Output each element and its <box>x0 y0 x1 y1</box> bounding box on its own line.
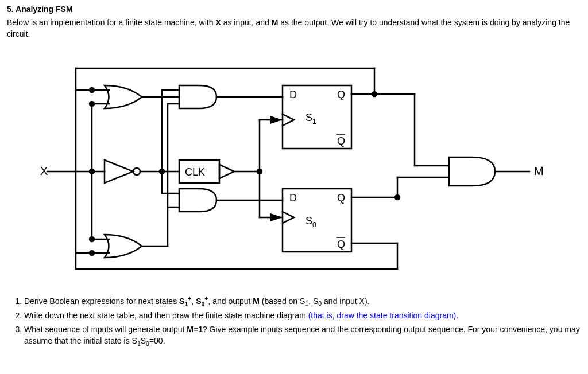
ff0-d: D <box>289 192 297 204</box>
circuit-diagram: X CLK D Q S1 Q D Q S0 Q <box>30 45 558 286</box>
intro-b: as input, and <box>221 18 272 27</box>
ff1-q: Q <box>337 89 345 100</box>
q1-b: , and output <box>208 297 253 306</box>
svg-text:S0: S0 <box>305 215 316 229</box>
svg-point-38 <box>160 169 164 174</box>
ff1-qbar: Q <box>337 135 345 147</box>
q3-d: =00. <box>149 336 165 345</box>
ff1-sub: 1 <box>312 118 316 126</box>
q2-a: Write down the next state table, and the… <box>24 311 308 320</box>
label-clk: CLK <box>185 166 205 178</box>
x-label: X <box>215 18 220 27</box>
s1p-sup: + <box>188 295 191 302</box>
questions-list: Derive Boolean expressions for next stat… <box>7 294 581 348</box>
question-3: What sequence of inputs will generate ou… <box>24 324 581 348</box>
q2-blue: (that is, draw the state transition diag… <box>308 311 457 320</box>
ff1-d: D <box>289 89 297 100</box>
ff0-q: Q <box>337 192 345 204</box>
question-2: Write down the next state table, and the… <box>24 310 581 322</box>
label-m: M <box>534 165 544 177</box>
intro-text: Below is an implementation for a finite … <box>7 17 581 40</box>
s1p-a: S <box>179 297 184 306</box>
label-x: X <box>40 165 48 177</box>
ff0-sub: 0 <box>312 221 316 229</box>
svg-text:S1: S1 <box>305 112 316 126</box>
ff1-s: S <box>305 112 312 123</box>
ff0-s: S <box>305 215 312 227</box>
q3-c: S <box>141 336 146 345</box>
heading: 5. Analyzing FSM <box>7 5 581 14</box>
q3-a: What sequence of inputs will generate ou… <box>24 325 187 334</box>
q1-c: (based on S <box>260 297 305 306</box>
question-1: Derive Boolean expressions for next stat… <box>24 294 581 308</box>
q1-m: M <box>253 297 260 306</box>
intro-a: Below is an implementation for a finite … <box>7 18 215 27</box>
q2-b: . <box>456 311 458 320</box>
q3-m: M=1 <box>187 325 203 334</box>
ff0-qbar: Q <box>337 239 345 250</box>
q1-d: , S <box>308 297 318 306</box>
m-label: M <box>272 18 278 27</box>
q1-a: Derive Boolean expressions for next stat… <box>24 297 179 306</box>
q1-e: and input X). <box>322 297 369 306</box>
